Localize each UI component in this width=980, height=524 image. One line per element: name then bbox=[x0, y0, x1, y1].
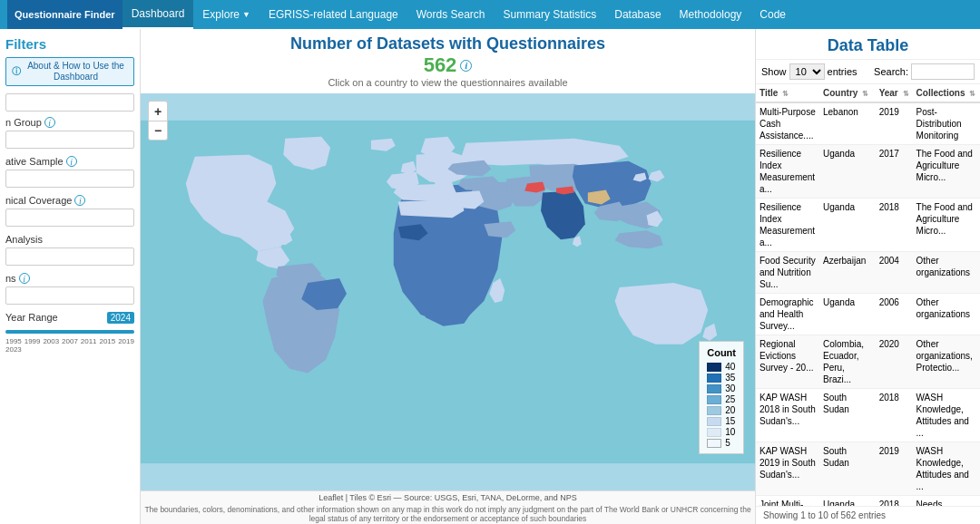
filter-input-analysis[interactable] bbox=[5, 247, 134, 266]
nav-item-words-search[interactable]: Words Search bbox=[407, 0, 495, 29]
cell-collection: Needs Assessments bbox=[913, 496, 980, 507]
cell-year: 2019 bbox=[876, 442, 913, 496]
col-title[interactable]: Title ⇅ bbox=[756, 84, 819, 102]
table-row[interactable]: Demographic and Health Survey... Uganda … bbox=[756, 294, 980, 335]
cell-country: Uganda bbox=[819, 199, 876, 252]
sidebar-title: Filters bbox=[5, 36, 134, 52]
cell-collection: WASH Knowledge, Attitudes and ... bbox=[913, 442, 980, 496]
filter-input-group[interactable] bbox=[5, 131, 134, 149]
cell-collection: Other organizations, Protectio... bbox=[913, 335, 980, 389]
info-icon-sample: i bbox=[66, 156, 77, 167]
table-row[interactable]: KAP WASH 2018 in South Sudan's... South … bbox=[756, 389, 980, 442]
map-subtitle: Click on a country to view the questionn… bbox=[141, 77, 755, 88]
legend-color-20 bbox=[707, 406, 721, 415]
cell-country: Azerbaijan bbox=[819, 252, 876, 294]
legend-color-35 bbox=[707, 374, 721, 383]
legend-color-30 bbox=[707, 384, 721, 393]
year-range-label: Year Range 2024 bbox=[5, 312, 134, 323]
cell-country: Uganda bbox=[819, 145, 876, 199]
cell-title: Multi-Purpose Cash Assistance.... bbox=[756, 102, 819, 145]
year-slider-track bbox=[5, 330, 134, 334]
map-footer: Leaflet | Tiles © Esri — Source: USGS, E… bbox=[141, 490, 755, 504]
center-content: Number of Datasets with Questionnaires 5… bbox=[141, 29, 755, 524]
nav-item-code[interactable]: Code bbox=[750, 0, 795, 29]
table-search-input[interactable] bbox=[911, 63, 975, 80]
map-container[interactable]: + − bbox=[141, 93, 755, 490]
filter-input-coverage[interactable] bbox=[5, 209, 134, 227]
cell-year: 2019 bbox=[876, 102, 913, 145]
map-zoom-controls: + − bbox=[148, 101, 168, 141]
cell-year: 2004 bbox=[876, 252, 913, 294]
about-button[interactable]: ⓘ About & How to Use the Dashboard bbox=[5, 57, 134, 86]
info-icon-ns: i bbox=[19, 273, 30, 284]
cell-year: 2017 bbox=[876, 145, 913, 199]
sidebar-section-coverage: nical Coverage i bbox=[5, 195, 134, 227]
sidebar-label-coverage: nical Coverage i bbox=[5, 195, 134, 206]
sidebar-section-ns: ns i bbox=[5, 273, 134, 305]
map-count: 562 i bbox=[141, 53, 755, 77]
table-row[interactable]: KAP WASH 2019 in South Sudan's... South … bbox=[756, 442, 980, 496]
year-badge: 2024 bbox=[107, 312, 134, 324]
cell-country: Lebanon bbox=[819, 102, 876, 145]
col-year[interactable]: Year ⇅ bbox=[876, 84, 913, 102]
nav-item-dashboard[interactable]: Dashboard bbox=[122, 0, 194, 29]
cell-country: Colombia, Ecuador, Peru, Brazi... bbox=[819, 335, 876, 389]
filter-input-1[interactable] bbox=[5, 93, 134, 112]
entries-select[interactable]: 10 25 50 bbox=[789, 63, 825, 80]
cell-title: KAP WASH 2019 in South Sudan's... bbox=[756, 442, 819, 496]
table-row[interactable]: Resilience Index Measurement a... Uganda… bbox=[756, 145, 980, 199]
cell-year: 2018 bbox=[876, 199, 913, 252]
map-header: Number of Datasets with Questionnaires 5… bbox=[141, 29, 755, 93]
zoom-in-button[interactable]: + bbox=[148, 101, 168, 121]
filter-input-sample[interactable] bbox=[5, 170, 134, 188]
nav-item-egriss[interactable]: EGRISS-related Language bbox=[260, 0, 407, 29]
sidebar-label-analysis: Analysis bbox=[5, 234, 134, 245]
sidebar-label-group: n Group i bbox=[5, 117, 134, 128]
cell-title: KAP WASH 2018 in South Sudan's... bbox=[756, 389, 819, 442]
cell-collection: Other organizations bbox=[913, 294, 980, 335]
table-row[interactable]: Resilience Index Measurement a... Uganda… bbox=[756, 199, 980, 252]
legend-color-10 bbox=[707, 428, 721, 437]
data-table: Title ⇅ Country ⇅ Year ⇅ Collections ⇅ M… bbox=[756, 84, 980, 506]
col-collections[interactable]: Collections ⇅ bbox=[913, 84, 980, 102]
info-icon-count[interactable]: i bbox=[460, 60, 472, 72]
legend-item-10: 10 bbox=[707, 427, 736, 437]
table-row[interactable]: Regional Evictions Survey - 20... Colomb… bbox=[756, 335, 980, 389]
cell-year: 2018 bbox=[876, 496, 913, 507]
sidebar-section-sample: ative Sample i bbox=[5, 156, 134, 188]
nav-item-database[interactable]: Database bbox=[605, 0, 670, 29]
map-title: Number of Datasets with Questionnaires bbox=[141, 34, 755, 53]
cell-collection: WASH Knowledge, Attitudes and ... bbox=[913, 389, 980, 442]
year-labels: 1995 1999 2003 2007 2011 2015 2019 2023 bbox=[5, 337, 134, 354]
data-table-title: Data Table bbox=[765, 36, 971, 55]
search-field: Search: bbox=[874, 63, 975, 80]
cell-country: South Sudan bbox=[819, 442, 876, 496]
cell-title: Resilience Index Measurement a... bbox=[756, 145, 819, 199]
nav-item-summary[interactable]: Summary Statistics bbox=[495, 0, 606, 29]
table-row[interactable]: Multi-Purpose Cash Assistance.... Lebano… bbox=[756, 102, 980, 145]
table-footer: Showing 1 to 10 of 562 entries bbox=[756, 506, 980, 524]
nav-brand: Questionnaire Finder bbox=[7, 0, 122, 29]
legend-item-35: 35 bbox=[707, 373, 736, 383]
table-row[interactable]: Joint Multi-Sector Needs Asses... Uganda… bbox=[756, 496, 980, 507]
cell-title: Food Security and Nutrition Su... bbox=[756, 252, 819, 294]
cell-title: Resilience Index Measurement a... bbox=[756, 199, 819, 252]
table-row[interactable]: Food Security and Nutrition Su... Azerba… bbox=[756, 252, 980, 294]
info-icon: ⓘ bbox=[12, 66, 21, 77]
info-icon-coverage: i bbox=[74, 195, 85, 206]
legend-item-40: 40 bbox=[707, 362, 736, 372]
cell-collection: The Food and Agriculture Micro... bbox=[913, 199, 980, 252]
legend-item-30: 30 bbox=[707, 383, 736, 393]
col-country[interactable]: Country ⇅ bbox=[819, 84, 876, 102]
legend-item-20: 20 bbox=[707, 405, 736, 415]
world-map-svg bbox=[141, 93, 755, 490]
nav-item-explore[interactable]: Explore ▼ bbox=[193, 0, 260, 29]
legend-item-5: 5 bbox=[707, 438, 736, 448]
zoom-out-button[interactable]: − bbox=[148, 121, 168, 141]
nav-item-methodology[interactable]: Methodology bbox=[671, 0, 751, 29]
filter-input-ns[interactable] bbox=[5, 286, 134, 305]
table-wrap: Title ⇅ Country ⇅ Year ⇅ Collections ⇅ M… bbox=[756, 84, 980, 506]
cell-collection: Post-Distribution Monitoring bbox=[913, 102, 980, 145]
cell-year: 2006 bbox=[876, 294, 913, 335]
sidebar-section-group: n Group i bbox=[5, 117, 134, 149]
